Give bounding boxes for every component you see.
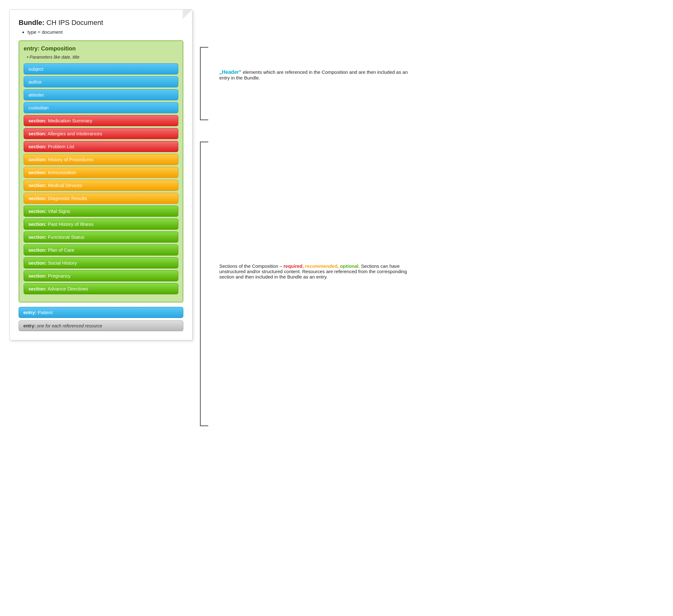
header-pills-group: subject author attester custodian xyxy=(24,63,178,113)
pill-pregnancy: section: Pregnancy xyxy=(24,270,178,281)
params-note: Parameters like date, title xyxy=(24,55,178,60)
pill-author: author xyxy=(24,76,178,87)
entry-patient-row: entry: Patient xyxy=(19,307,183,318)
bundle-meta: type = document xyxy=(19,29,183,35)
pill-past-history: section: Past History of Illness xyxy=(24,219,178,230)
pill-social-history: section: Social History xyxy=(24,257,178,268)
pill-allergies: section: Allergies and Intolerances xyxy=(24,128,178,139)
annotations-area: „Header“ elements which are referenced i… xyxy=(193,44,421,448)
pill-functional-status: section: Functional Status xyxy=(24,232,178,243)
pill-advance-directives: section: Advance Directives xyxy=(24,283,178,294)
pill-problem-list: section: Problem List xyxy=(24,141,178,152)
bundle-title: Bundle: CH IPS Document xyxy=(19,19,183,27)
pill-plan-of-care: section: Plan of Care xyxy=(24,245,178,256)
pill-immunization: section: Immunization xyxy=(24,167,178,178)
comma2: , xyxy=(337,263,340,269)
section-pills-group: section: Medication Summary section: All… xyxy=(24,115,178,294)
pill-diagnostic-results: section: Diagnostic Results xyxy=(24,193,178,204)
pill-med-summary: section: Medication Summary xyxy=(24,115,178,126)
header-link: „Header“ xyxy=(219,69,241,75)
comma1: , xyxy=(302,263,305,269)
recommended-label: recommended xyxy=(305,263,338,269)
entry-generic-row: entry: one for each referenced resource xyxy=(19,320,183,331)
bundle-name: CH IPS Document xyxy=(46,19,103,26)
sections-intro: Sections of the Composition – xyxy=(219,263,283,269)
pill-vital-signs: section: Vital Signs xyxy=(24,206,178,217)
bundle-label: Bundle: xyxy=(19,19,44,26)
entry-composition-title: entry: Composition xyxy=(24,45,178,52)
pill-attester: attester xyxy=(24,89,178,100)
bundle-meta-item: type = document xyxy=(27,29,183,35)
pill-history-procedures: section: History of Procedures xyxy=(24,154,178,165)
required-label: required xyxy=(283,263,302,269)
pill-custodian: custodian xyxy=(24,102,178,113)
doc-card: Bundle: CH IPS Document type = document … xyxy=(9,9,193,340)
pill-subject: subject xyxy=(24,63,178,74)
header-annotation-text: elements which are referenced in the Com… xyxy=(219,69,408,80)
brackets-svg xyxy=(196,44,213,448)
annotation-texts: „Header“ elements which are referenced i… xyxy=(213,44,421,279)
pill-medical-devices: section: Medical Devices xyxy=(24,180,178,191)
page-container: Bundle: CH IPS Document type = document … xyxy=(9,9,578,448)
sections-annotation: Sections of the Composition – required, … xyxy=(219,263,421,279)
entry-composition-box: entry: Composition Parameters like date,… xyxy=(19,40,183,302)
optional-label: optional xyxy=(340,263,359,269)
header-annotation: „Header“ elements which are referenced i… xyxy=(219,69,409,80)
